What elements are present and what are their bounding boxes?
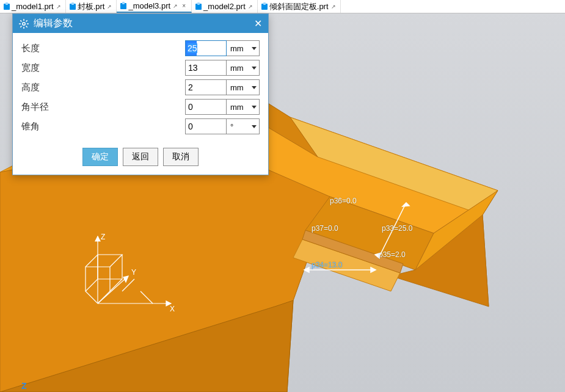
tab-qingxie[interactable]: 倾斜面固定板.prt ↗ — [258, 0, 341, 13]
tab-label: 倾斜面固定板.prt — [269, 1, 329, 12]
part-icon — [120, 3, 126, 9]
param-row-height: 高度 mm — [21, 79, 260, 95]
ok-button[interactable]: 确定 — [82, 148, 118, 166]
unit-select[interactable]: mm — [227, 79, 260, 95]
unit-label: ° — [230, 122, 233, 131]
param-row-length: 长度 mm — [21, 40, 260, 56]
part-icon — [261, 4, 268, 10]
param-label: 锥角 — [21, 121, 40, 132]
unit-label: mm — [230, 103, 244, 112]
tab-label: 封板.prt — [78, 1, 105, 12]
chevron-down-icon — [252, 67, 257, 70]
unit-label: mm — [230, 44, 244, 53]
back-button[interactable]: 返回 — [123, 148, 158, 166]
tab-model2[interactable]: _model2.prt ↗ — [192, 0, 258, 13]
chevron-down-icon — [252, 47, 257, 50]
unit-select[interactable]: ° — [227, 118, 260, 134]
tab-label: _model2.prt — [203, 2, 246, 11]
param-label: 宽度 — [21, 62, 40, 74]
dialog-titlebar[interactable]: 编辑参数 ✕ — [13, 14, 268, 33]
part-icon — [70, 4, 76, 10]
tab-ext-icon: ↗ — [106, 4, 112, 10]
close-icon[interactable]: ✕ — [254, 18, 262, 29]
corner-z-label: Z — [21, 381, 27, 391]
tab-label: _model1.prt — [12, 2, 54, 11]
param-label: 角半径 — [21, 101, 49, 113]
dialog-body: 长度 mm 宽度 mm 高度 — [13, 33, 268, 143]
unit-select[interactable]: mm — [227, 60, 260, 76]
tab-bar: _model1.prt ↗ 封板.prt ↗ _model3.prt ↗ × _… — [0, 0, 565, 13]
close-icon[interactable]: × — [180, 2, 188, 10]
edit-params-dialog: 编辑参数 ✕ 长度 mm 宽度 mm — [12, 13, 269, 175]
param-row-width: 宽度 mm — [21, 60, 260, 76]
tab-fengban[interactable]: 封板.prt ↗ — [66, 0, 117, 13]
param-row-taper: 锥角 ° — [21, 118, 260, 134]
tab-label: _model3.prt — [128, 1, 170, 10]
tab-model1[interactable]: _model1.prt ↗ — [0, 0, 66, 13]
tab-ext-icon: ↗ — [330, 4, 337, 10]
cancel-button[interactable]: 取消 — [163, 148, 199, 166]
part-icon — [4, 4, 10, 10]
unit-label: mm — [230, 83, 244, 92]
chevron-down-icon — [252, 125, 257, 128]
chevron-down-icon — [252, 86, 257, 89]
tab-ext-icon: ↗ — [247, 4, 253, 10]
tab-ext-icon: ↗ — [56, 4, 62, 10]
unit-label: mm — [230, 64, 244, 73]
tab-model3[interactable]: _model3.prt ↗ × — [117, 0, 192, 13]
svg-marker-14 — [304, 267, 309, 272]
part-icon — [195, 4, 202, 10]
svg-point-22 — [23, 22, 25, 24]
length-input[interactable] — [185, 40, 227, 56]
width-input[interactable] — [185, 60, 227, 76]
radius-input[interactable] — [185, 99, 227, 115]
taper-input[interactable] — [185, 118, 227, 134]
dialog-footer: 确定 返回 取消 — [13, 143, 268, 175]
tab-ext-icon: ↗ — [172, 3, 178, 9]
unit-select[interactable]: mm — [227, 40, 260, 56]
unit-select[interactable]: mm — [227, 99, 260, 115]
param-row-radius: 角半径 mm — [21, 99, 260, 115]
param-label: 高度 — [21, 82, 40, 93]
height-input[interactable] — [185, 79, 227, 95]
param-label: 长度 — [21, 43, 40, 54]
chevron-down-icon — [252, 106, 257, 109]
gear-icon — [19, 19, 29, 29]
dialog-title-text: 编辑参数 — [34, 17, 73, 30]
